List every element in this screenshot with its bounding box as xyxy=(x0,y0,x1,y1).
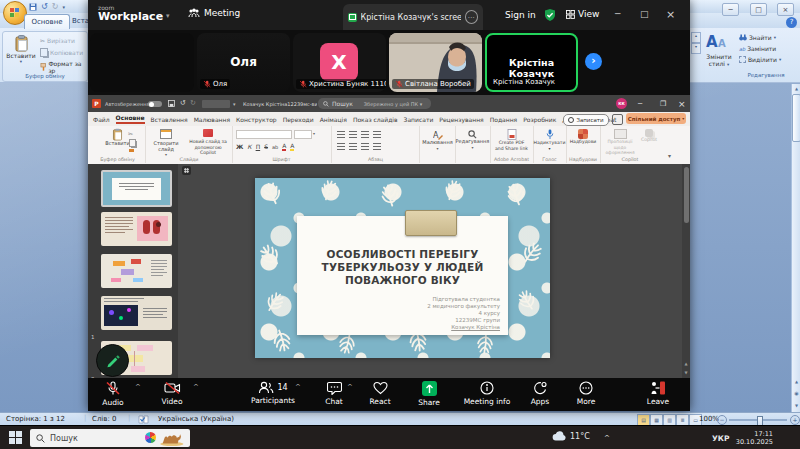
spellcheck-icon[interactable] xyxy=(138,415,149,424)
ppt-tab-design[interactable]: Конструктор xyxy=(236,116,277,123)
weather-widget[interactable]: 11°C xyxy=(552,431,590,441)
styles-gallery-up[interactable]: ▴ xyxy=(691,32,701,43)
ppt-paste-button[interactable]: Вставити xyxy=(90,128,145,147)
view-button[interactable]: View xyxy=(566,9,599,19)
addins-button[interactable]: Надбудови xyxy=(566,129,600,145)
zoom-minimize-button[interactable]: ─ xyxy=(615,9,620,19)
ppt-drawing-button[interactable]: А Малювання▾ xyxy=(420,126,456,163)
new-slide-button[interactable]: Створити слайд ▾ xyxy=(149,129,183,157)
ppt-tab-slideshow[interactable]: Показ слайдів xyxy=(353,116,398,123)
qat-dropdown-icon[interactable]: ▾ xyxy=(62,4,65,10)
taskbar-search-box[interactable]: Пошук xyxy=(30,429,190,447)
scroll-up-icon[interactable]: ▲ xyxy=(792,86,800,91)
slide-thumbnail-3[interactable] xyxy=(101,254,172,288)
ppt-redo-icon[interactable]: ↻ xyxy=(190,99,196,107)
ppt-tab-developer[interactable]: Розробник xyxy=(523,116,556,123)
dictate-button[interactable]: Надиктувати ▾ xyxy=(533,129,566,151)
ppt-editing-button[interactable]: Редагування▾ xyxy=(455,126,491,163)
ppt-share-button[interactable]: Спільний доступ▾ xyxy=(626,113,686,124)
change-styles-button[interactable]: АА Змінитистилі ▾ xyxy=(702,31,736,80)
ppt-scrollbar[interactable]: ▲ ▼ xyxy=(682,164,690,378)
font-size-select[interactable] xyxy=(294,130,312,139)
undo-icon[interactable]: ↺ xyxy=(41,2,48,11)
prev-page-icon[interactable]: ▲ xyxy=(792,379,800,384)
paste-button[interactable]: Вставити ▾ xyxy=(6,35,36,71)
copy-button[interactable]: Копіювати xyxy=(40,48,83,57)
ppt-tab-home[interactable]: Основне xyxy=(116,114,145,124)
next-participants-button[interactable]: › xyxy=(585,53,602,70)
highlight-color-button[interactable]: А xyxy=(290,142,294,151)
zoom-maximize-button[interactable]: □ xyxy=(640,9,649,19)
ppt-scroll-down-icon[interactable]: ▼ xyxy=(682,370,690,375)
word-tab-home[interactable]: Основне xyxy=(24,14,70,29)
align-center-icon[interactable] xyxy=(349,143,357,150)
format-painter-icon[interactable] xyxy=(129,149,134,152)
word-maximize-button[interactable]: □ xyxy=(750,3,767,16)
replace-button[interactable]: abЗамінити xyxy=(739,45,793,52)
ppt-quick-box[interactable] xyxy=(202,100,230,108)
browse-object-icon[interactable]: ◉ xyxy=(792,390,800,396)
sign-in-button[interactable]: Sign in xyxy=(505,10,536,20)
ppt-scrollbar-thumb[interactable] xyxy=(684,167,689,223)
audio-options-chevron[interactable]: ^ xyxy=(135,383,141,391)
font-name-select[interactable] xyxy=(236,130,292,139)
video-options-chevron[interactable]: ^ xyxy=(193,383,199,391)
start-button[interactable] xyxy=(9,431,22,444)
designer-button[interactable]: Пропозиції щодооформлення xyxy=(602,129,638,156)
copilot-new-slide-button[interactable]: Новий слайд задопомогою Copilot xyxy=(186,129,230,156)
participants-options-chevron[interactable]: ^ xyxy=(295,383,301,391)
word-help-button[interactable]: ? xyxy=(786,17,797,28)
zoom-in-button[interactable]: + xyxy=(790,415,800,425)
word-close-button[interactable]: × xyxy=(777,3,794,16)
word-minimize-button[interactable]: ─ xyxy=(722,3,739,16)
indent-icon[interactable] xyxy=(361,131,369,138)
meeting-tab[interactable]: Meeting xyxy=(188,8,240,18)
zoom-level[interactable]: 100% xyxy=(699,415,719,423)
canvas-tool-icon[interactable] xyxy=(182,166,191,175)
video-tile-partial[interactable] xyxy=(90,33,194,92)
taskbar-clock[interactable]: 17:11 30.10.2025 xyxy=(733,430,773,446)
ppt-record-button[interactable]: Записати xyxy=(563,114,609,126)
slide-thumbnail-1[interactable] xyxy=(101,170,172,207)
share-button[interactable]: Share xyxy=(399,381,459,407)
ppt-close-button[interactable]: × xyxy=(678,99,686,109)
tab-options-icon[interactable]: … xyxy=(465,10,478,24)
slide-thumbnail-4[interactable] xyxy=(101,296,172,330)
zoom-close-button[interactable]: × xyxy=(666,8,675,21)
format-painter-button[interactable]: Формат за зр xyxy=(40,60,87,74)
collapse-ribbon-icon[interactable]: ▾ xyxy=(668,152,671,159)
autosave-toggle[interactable] xyxy=(148,101,162,107)
ppt-tab-review[interactable]: Рецензування xyxy=(439,116,483,123)
find-button[interactable]: Знайти▾ xyxy=(739,34,793,41)
select-button[interactable]: Виділити▾ xyxy=(739,56,793,63)
ppt-account-avatar[interactable]: КК xyxy=(616,98,627,109)
ppt-tab-animations[interactable]: Анімація xyxy=(320,116,347,123)
ppt-minimize-button[interactable]: ─ xyxy=(638,100,642,108)
redo-icon[interactable]: ↻ xyxy=(52,2,59,11)
video-tile-olya[interactable]: Оля Оля xyxy=(197,33,290,92)
ppt-scroll-up-icon[interactable]: ▲ xyxy=(682,361,690,366)
video-tile-kristina-active[interactable]: Крістіна Козачук Крістіна Козачук xyxy=(485,33,578,92)
leave-button[interactable]: Leave xyxy=(628,381,688,406)
cut-icon[interactable]: ✂ xyxy=(128,130,133,137)
word-count[interactable]: Слів: 0 xyxy=(92,415,116,423)
workspace-chevron-icon[interactable]: ▾ xyxy=(166,12,170,20)
annotation-pencil-button[interactable] xyxy=(96,344,129,377)
cut-button[interactable]: ✂Вирізати xyxy=(40,37,75,44)
create-pdf-button[interactable]: Create PDFand Share link xyxy=(490,129,533,151)
shared-screen-tab[interactable]: Крістіна Козачук's screen … xyxy=(343,4,483,30)
ppt-search-box[interactable]: Пошук Збережено у цей ПК ▾ xyxy=(318,98,431,109)
ppt-undo-icon[interactable]: ↺ xyxy=(180,99,186,107)
zoom-out-button[interactable]: − xyxy=(717,415,727,425)
ppt-tab-insert[interactable]: Вставлення xyxy=(151,116,188,123)
scrollbar-thumb[interactable] xyxy=(792,94,800,142)
comments-icon[interactable] xyxy=(612,114,623,125)
participants-button[interactable]: 14 Participants xyxy=(243,381,303,405)
more-button[interactable]: More xyxy=(556,381,616,406)
tray-expand-chevron[interactable]: ^ xyxy=(604,434,610,442)
video-tile-svitlana[interactable]: Світлана Воробей xyxy=(389,33,482,92)
ppt-tab-file[interactable]: Файл xyxy=(93,116,110,123)
font-color-button[interactable]: А xyxy=(282,142,286,151)
language-switcher[interactable]: УКР xyxy=(712,434,729,443)
ppt-tab-view[interactable]: Подання xyxy=(490,116,517,123)
